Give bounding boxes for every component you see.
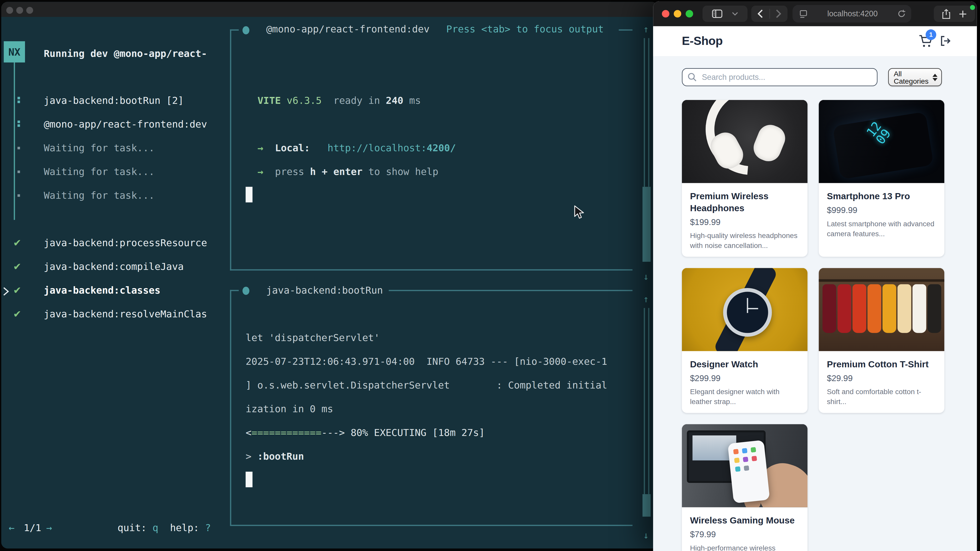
scrollbar-thumb[interactable] [643,187,651,262]
product-image-watch [682,268,808,351]
search-input[interactable] [700,72,872,82]
nx-logo: NX [4,41,25,62]
terminal-cursor [245,187,252,202]
product-price: $79.99 [690,530,800,539]
product-image-headphones [682,100,808,183]
gradle-task-line: > :bootRun [245,450,304,464]
product-description: Soft and comfortable cotton t-shirt... [827,387,936,407]
shop-brand: E-Shop [682,35,723,48]
product-price: $299.99 [690,373,800,383]
pager-position: 1/1 [24,521,41,535]
task-item[interactable]: java-backend:bootRun [2] [44,94,183,107]
close-button[interactable] [6,7,13,14]
pending-dot-icon [18,147,20,149]
url-text: localhost:4200 [808,10,897,18]
task-item[interactable]: Waiting for task... [44,189,154,203]
scroll-down-icon[interactable]: ↓ [643,530,649,540]
back-button[interactable] [757,10,763,18]
product-card[interactable]: Premium Cotton T-Shirt $29.99 Soft and c… [819,268,944,413]
localhost-link[interactable]: http://localhost:4200/ [328,142,456,154]
scrollbar-track[interactable] [644,308,649,494]
pane-title[interactable]: java-backend:bootRun [266,284,383,297]
pane-border [230,29,239,30]
pane-border [230,29,231,270]
product-description: High-quality wireless headphones with no… [690,231,800,251]
scrollbar-thumb[interactable] [643,494,651,516]
terminal-title: Running dev @mono-app/react- [44,47,207,61]
recording-indicator-dot [970,5,975,10]
scrollbar-track[interactable] [644,38,649,187]
pending-dot-icon [18,194,20,197]
search-icon [687,73,697,82]
shop-header: E-Shop 1 [653,26,977,57]
minimize-button[interactable] [16,7,23,14]
refresh-icon[interactable] [897,10,906,18]
log-line: let 'dispatcherServlet' [245,331,380,345]
page-settings-icon[interactable] [799,10,808,18]
pane-title[interactable]: @mono-app/react-frontend:dev [266,22,430,36]
check-icon: ✔ [13,260,21,274]
check-icon: ✔ [13,236,21,250]
zoom-button[interactable] [686,10,693,17]
product-name: Smartphone 13 Pro [827,191,936,203]
terminal-titlebar[interactable] [1,2,658,17]
logout-icon[interactable] [939,35,952,48]
pending-dot-icon [18,171,20,173]
pane-border [389,290,632,291]
product-card[interactable]: Premium Wireless Headphones $199.99 High… [682,100,808,257]
zoom-button[interactable] [26,7,33,14]
pane-border [619,29,632,30]
product-name: Wireless Gaming Mouse [690,515,800,527]
gradle-progress-line: <============---> 80% EXECUTING [18m 27s… [245,426,485,440]
task-item[interactable]: Waiting for task... [44,165,154,179]
minimize-button[interactable] [674,10,681,17]
pager-next-arrow[interactable]: → [46,521,52,535]
check-icon: ✔ [13,284,21,297]
product-card[interactable]: Wireless Gaming Mouse $79.99 High-perfor… [682,424,808,551]
product-image-mouse [682,424,808,507]
scroll-down-icon[interactable]: ↓ [643,272,649,282]
selected-chevron-icon [3,287,10,296]
completed-task[interactable]: java-backend:resolveMainClas [44,307,207,321]
select-arrows-icon [932,73,938,81]
product-image-smartphone: 1209 [819,100,944,183]
share-icon[interactable] [942,8,951,19]
log-line: ization in 0 ms [245,402,333,416]
product-grid: Premium Wireless Headphones $199.99 High… [682,100,945,551]
scroll-up-icon[interactable]: ↑ [643,294,649,304]
address-bar[interactable]: localhost:4200 [792,5,911,23]
product-description: Elegant designer watch with leather stra… [690,387,800,407]
pager-prev-arrow[interactable]: ← [9,521,14,535]
terminal-cursor [245,472,252,487]
pane-border [230,525,632,526]
product-name: Designer Watch [690,359,800,371]
task-status-dot [242,26,249,35]
product-card[interactable]: Designer Watch $299.99 Elegant designer … [682,268,808,413]
sidebar-icon[interactable] [712,10,722,18]
cart-count-badge: 1 [926,29,936,40]
chevron-down-icon[interactable] [732,12,738,16]
completed-task[interactable]: java-backend:processResource [44,236,207,250]
scroll-up-icon[interactable]: ↑ [643,24,649,35]
completed-task-selected[interactable]: java-backend:classes [44,284,160,297]
completed-task[interactable]: java-backend:compileJava [44,260,183,274]
spinner-icon [18,96,20,104]
product-price: $29.99 [827,373,936,383]
log-line: ] o.s.web.servlet.DispatcherServlet : Co… [245,379,607,392]
new-tab-icon[interactable] [959,10,967,18]
spinner-icon [18,119,20,128]
shop-content: All Categories Premium Wireless Headphon… [653,56,977,551]
product-card[interactable]: 1209 Smartphone 13 Pro $999.99 Latest sm… [819,100,944,257]
sidebar-toggle-group [703,6,748,22]
category-select[interactable]: All Categories [888,68,942,86]
search-box [682,68,878,86]
task-item[interactable]: Waiting for task... [44,141,154,155]
desktop: NX Running dev @mono-app/react- java-bac… [0,0,980,551]
close-button[interactable] [662,10,669,17]
task-status-dot [242,287,249,295]
task-item[interactable]: @mono-app/react-frontend:dev [44,118,207,131]
task-tree-line [14,62,15,220]
forward-button[interactable] [776,10,781,18]
cart-icon[interactable]: 1 [918,33,934,49]
local-url-line: → Local: http://localhost:4200/ [258,141,456,155]
